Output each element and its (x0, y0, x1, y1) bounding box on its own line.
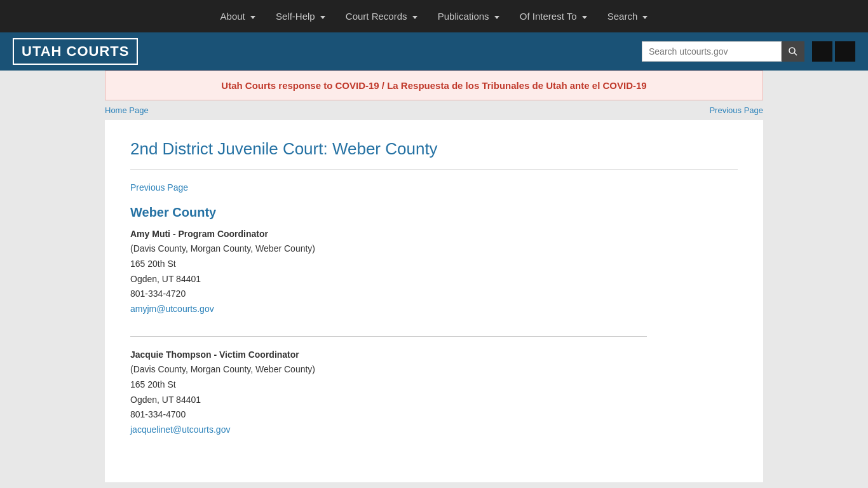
search-icon (788, 46, 798, 57)
contact-1-phone: 801-334-4720 (130, 288, 186, 299)
contact-2-email[interactable]: jacquelinet@utcourts.gov (130, 424, 230, 435)
contact-2-counties: (Davis County, Morgan County, Weber Coun… (130, 364, 315, 374)
header-icons (812, 41, 855, 62)
contact-block-1: Amy Muti - Program Coordinator (Davis Co… (130, 229, 738, 317)
about-caret-icon (250, 16, 255, 19)
header-icon-2[interactable] (835, 41, 855, 62)
svg-line-1 (794, 53, 797, 55)
nav-search[interactable]: Search (597, 2, 658, 30)
contact-1-address1: 165 20th St (130, 259, 176, 269)
nav-about[interactable]: About (210, 2, 266, 30)
of-interest-caret-icon (582, 16, 587, 19)
main-content: 2nd District Juvenile Court: Weber Count… (105, 120, 763, 482)
contact-1-address2: Ogden, UT 84401 (130, 274, 201, 284)
search-caret-icon (642, 16, 648, 19)
search-input[interactable] (642, 41, 782, 62)
title-divider (130, 169, 738, 170)
breadcrumb-home[interactable]: Home Page (105, 105, 149, 115)
contact-2-phone: 801-334-4700 (130, 409, 186, 419)
return-to-top-bar: Ⓐ Return to Top (0, 482, 868, 488)
top-navigation: About Self-Help Court Records Publicatio… (0, 0, 868, 32)
breadcrumb-previous[interactable]: Previous Page (709, 105, 763, 115)
prev-page-link[interactable]: Previous Page (130, 182, 188, 193)
prev-page-link-block: Previous Page (130, 182, 738, 193)
contact-1-email[interactable]: amyjm@utcourts.gov (130, 304, 214, 314)
covid-banner-link[interactable]: Utah Courts response to COVID-19 / La Re… (221, 80, 646, 91)
nav-court-records[interactable]: Court Records (336, 2, 428, 30)
site-logo: UTAH COURTS (13, 38, 138, 65)
contact-2-name: Jacquie Thompson - Victim Coordinator (130, 349, 738, 360)
covid-banner: Utah Courts response to COVID-19 / La Re… (105, 71, 763, 100)
section-title: Weber County (130, 205, 738, 220)
contact-divider (130, 336, 647, 337)
page-title: 2nd District Juvenile Court: Weber Count… (130, 139, 738, 159)
contact-1-counties: (Davis County, Morgan County, Weber Coun… (130, 243, 315, 254)
court-records-caret-icon (412, 16, 417, 19)
nav-publications[interactable]: Publications (428, 2, 510, 30)
contact-2-address2: Ogden, UT 84401 (130, 395, 201, 405)
site-header: UTAH COURTS (0, 32, 868, 71)
header-icon-1[interactable] (812, 41, 832, 62)
svg-point-0 (789, 48, 795, 53)
publications-caret-icon (494, 16, 499, 19)
contact-1-name: Amy Muti - Program Coordinator (130, 229, 738, 239)
search-bar (642, 41, 804, 62)
nav-of-interest[interactable]: Of Interest To (510, 2, 597, 30)
breadcrumb-bar: Home Page Previous Page (0, 100, 868, 120)
self-help-caret-icon (320, 16, 325, 19)
search-submit-button[interactable] (782, 41, 804, 62)
contact-2-address1: 165 20th St (130, 379, 176, 390)
contact-block-2: Jacquie Thompson - Victim Coordinator (D… (130, 349, 738, 438)
nav-self-help[interactable]: Self-Help (266, 2, 336, 30)
